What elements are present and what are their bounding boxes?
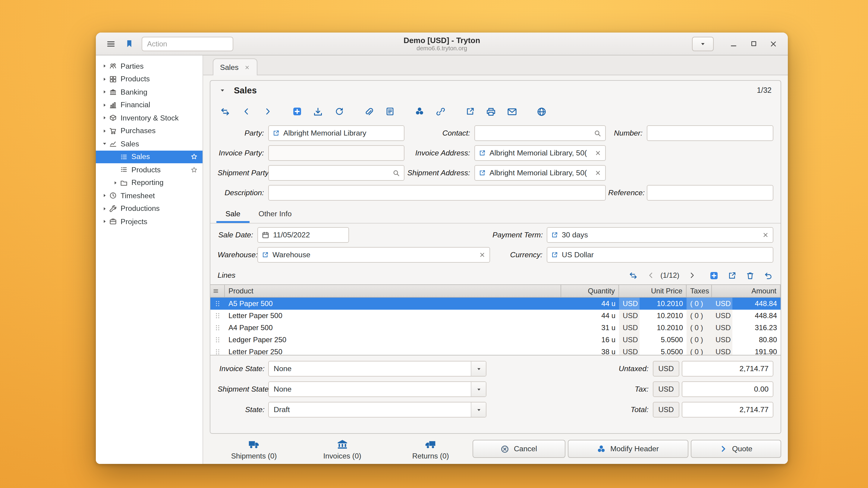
drag-handle-icon[interactable] [214,300,221,307]
expander-open-icon[interactable] [100,141,109,147]
save-record-button[interactable] [309,103,327,120]
lines-undo-button[interactable] [761,268,776,283]
shipment-party-field[interactable] [268,165,404,181]
tab-close-icon[interactable] [244,64,250,70]
sidebar-item-productions[interactable]: Productions [96,202,203,215]
reference-field[interactable] [647,185,773,201]
lines-previous-button[interactable] [644,268,658,283]
modify-header-button[interactable]: Modify Header [568,440,688,458]
open-report-button[interactable] [461,103,478,120]
launch-action-button[interactable] [410,103,428,120]
shipment-state-select[interactable]: None [268,381,487,397]
sidebar-item-timesheet[interactable]: Timesheet [96,189,203,202]
caret-down-icon[interactable] [471,361,486,376]
table-menu-corner[interactable] [210,285,225,297]
sidebar-item-purchases[interactable]: Purchases [96,124,203,137]
clear-icon[interactable] [762,231,769,238]
payment-term-field[interactable]: 30 days [547,227,773,243]
expander-icon[interactable] [100,102,109,108]
sidebar-subitem-products[interactable]: Products [96,163,203,176]
tab-other-info[interactable]: Other Info [250,205,301,223]
sidebar-item-banking[interactable]: Banking [96,86,203,98]
sidebar-item-inventory-stock[interactable]: Inventory & Stock [96,111,203,124]
favorite-star-icon[interactable] [190,153,198,161]
party-field[interactable]: Albright Memorial Library [268,125,404,141]
drag-handle-icon[interactable] [214,348,221,355]
cell-handle[interactable] [210,322,225,334]
state-select[interactable]: Draft [268,402,487,418]
invoice-state-select[interactable]: None [268,361,487,377]
currency-field[interactable]: US Dollar [547,247,773,263]
favorite-star-icon[interactable] [190,166,198,173]
previous-record-button[interactable] [238,103,255,120]
web-button[interactable] [533,103,550,120]
lines-open-button[interactable] [724,268,740,283]
sidebar-item-sales[interactable]: Sales [96,137,203,150]
number-field[interactable] [647,125,773,141]
calendar-icon[interactable] [261,231,270,239]
close-button[interactable] [765,36,782,52]
cell-handle[interactable] [210,334,225,346]
search-icon[interactable] [393,169,400,177]
bookmark-button[interactable] [120,36,138,52]
minimize-button[interactable] [725,36,742,52]
menu-button[interactable] [102,36,120,52]
sidebar-subitem-reporting[interactable]: Reporting [96,176,203,189]
action-input[interactable] [142,36,233,51]
expander-icon[interactable] [100,116,109,121]
clear-icon[interactable] [478,251,486,258]
search-icon[interactable] [594,129,601,137]
warehouse-field[interactable]: Warehouse [257,247,490,263]
col-amount[interactable]: Amount [712,285,781,297]
copy-url-button[interactable] [432,103,449,120]
new-record-button[interactable] [288,103,306,120]
clear-icon[interactable] [594,150,601,157]
collapse-expander-icon[interactable] [219,87,225,93]
cancel-button[interactable]: Cancel [472,440,565,458]
sidebar-item-financial[interactable]: Financial [96,98,203,111]
lines-next-button[interactable] [684,268,699,283]
table-row[interactable]: A5 Paper 500 44 u USD 10.2010 ( 0 ) USD … [210,298,781,310]
expander-icon[interactable] [100,76,109,82]
print-button[interactable] [482,103,500,120]
drag-handle-icon[interactable] [214,324,221,331]
caret-down-icon[interactable] [471,402,486,417]
lines-add-button[interactable] [707,268,721,283]
open-record-icon[interactable] [478,150,486,157]
expander-icon[interactable] [111,180,120,186]
sidebar-item-projects[interactable]: Projects [96,215,203,228]
expander-icon[interactable] [100,193,109,198]
shipments-button[interactable]: Shipments (0) [215,435,293,462]
shipment-address-field[interactable]: Albright Memorial Library, 50( [474,165,606,181]
open-record-icon[interactable] [261,251,269,258]
quote-button[interactable]: Quote [690,440,781,458]
sidebar-item-products[interactable]: Products [96,73,203,86]
contact-field[interactable] [474,125,606,141]
clear-icon[interactable] [594,169,601,176]
expander-icon[interactable] [100,90,109,95]
sidebar-item-parties[interactable]: Parties [96,60,203,73]
drag-handle-icon[interactable] [214,336,221,344]
maximize-button[interactable] [745,36,762,52]
sidebar-subitem-sales[interactable]: Sales [96,150,203,163]
tab-sales[interactable]: Sales [213,59,257,75]
expander-icon[interactable] [100,219,109,224]
invoice-address-field[interactable]: Albright Memorial Library, 50( [474,145,606,161]
cell-handle[interactable] [210,346,225,355]
drag-handle-icon[interactable] [214,312,221,319]
note-button[interactable] [381,103,398,120]
next-record-button[interactable] [258,103,276,120]
col-taxes[interactable]: Taxes [687,285,712,297]
lines-delete-button[interactable] [743,268,758,283]
expander-icon[interactable] [100,128,109,134]
table-row[interactable]: Letter Paper 250 38 u USD 5.0500 ( 0 ) U… [210,346,781,355]
expander-icon[interactable] [100,206,109,212]
table-row[interactable]: A4 Paper 500 31 u USD 10.2010 ( 0 ) USD … [210,322,781,334]
expander-icon[interactable] [100,64,109,69]
cell-handle[interactable] [210,298,225,310]
email-button[interactable] [503,103,521,120]
caret-down-icon[interactable] [471,382,486,396]
description-field[interactable] [268,185,606,201]
tab-sale[interactable]: Sale [216,205,250,223]
col-quantity[interactable]: Quantity [561,285,619,297]
